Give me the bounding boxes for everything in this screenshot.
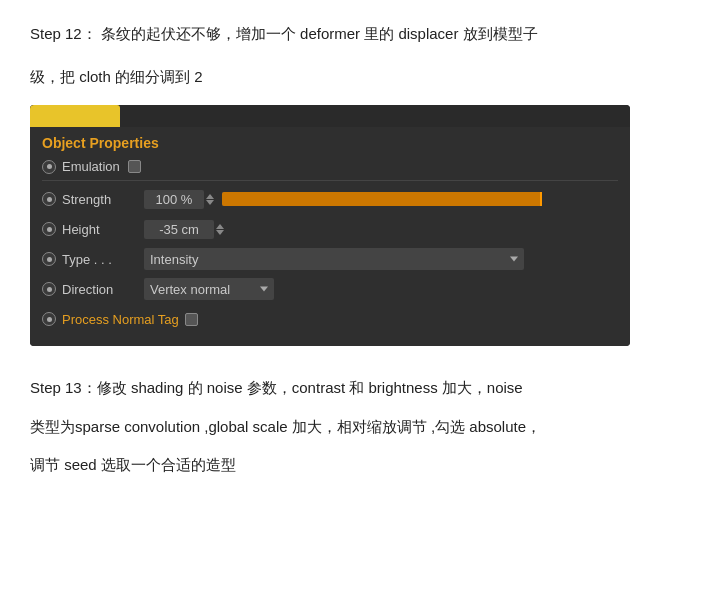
radio-inner4	[47, 257, 52, 262]
height-stepper-down[interactable]	[216, 230, 224, 235]
emulation-label: Emulation	[62, 159, 120, 174]
panel-body: Object Properties Emulation Strength	[30, 127, 630, 346]
step13-text1: Step 13：修改 shading 的 noise 参数，contrast 和…	[30, 374, 672, 403]
radio-inner3	[47, 227, 52, 232]
type-label: Type . . .	[62, 252, 144, 267]
process-normal-checkbox[interactable]	[185, 313, 198, 326]
process-normal-radio[interactable]	[42, 312, 56, 326]
height-stepper-up[interactable]	[216, 224, 224, 229]
radio-inner5	[47, 287, 52, 292]
direction-row: Direction Vertex normal	[42, 276, 618, 302]
step12-text1: Step 12： 条纹的起伏还不够，增加一个 deformer 里的 displ…	[30, 20, 672, 49]
height-radio[interactable]	[42, 222, 56, 236]
step12-text2: 级，把 cloth 的细分调到 2	[30, 63, 672, 92]
direction-select-wrapper: Vertex normal	[144, 278, 274, 300]
height-row: Height	[42, 216, 618, 242]
height-stepper[interactable]	[216, 224, 224, 235]
strength-progress-track[interactable]	[222, 192, 542, 206]
radio-inner	[47, 164, 52, 169]
step13-text2: 类型为sparse convolution ,global scale 加大，相…	[30, 413, 672, 442]
strength-stepper-up[interactable]	[206, 194, 214, 199]
radio-inner2	[47, 197, 52, 202]
emulation-row: Emulation	[42, 159, 618, 174]
panel-title: Object Properties	[42, 135, 618, 151]
strength-row: Strength	[42, 186, 618, 212]
process-normal-row: Process Normal Tag	[42, 306, 618, 332]
type-select-wrapper: Intensity	[144, 248, 524, 270]
emulation-radio[interactable]	[42, 160, 56, 174]
direction-select[interactable]: Vertex normal	[144, 278, 274, 300]
type-row: Type . . . Intensity	[42, 246, 618, 272]
step13-text3: 调节 seed 选取一个合适的造型	[30, 451, 672, 480]
direction-label: Direction	[62, 282, 144, 297]
strength-progress-fill	[222, 192, 542, 206]
strength-progress-marker	[540, 192, 542, 206]
radio-inner6	[47, 317, 52, 322]
emulation-checkbox[interactable]	[128, 160, 141, 173]
strength-radio[interactable]	[42, 192, 56, 206]
height-label: Height	[62, 222, 144, 237]
height-input[interactable]	[144, 220, 214, 239]
panel-tab-bar	[30, 105, 630, 127]
panel-tab-active[interactable]	[30, 105, 120, 127]
strength-input[interactable]	[144, 190, 204, 209]
strength-stepper-down[interactable]	[206, 200, 214, 205]
strength-stepper[interactable]	[206, 194, 214, 205]
divider1	[42, 180, 618, 181]
process-normal-label: Process Normal Tag	[62, 312, 179, 327]
type-radio[interactable]	[42, 252, 56, 266]
strength-label: Strength	[62, 192, 144, 207]
object-properties-panel: Object Properties Emulation Strength	[30, 105, 630, 346]
type-select[interactable]: Intensity	[144, 248, 524, 270]
direction-radio[interactable]	[42, 282, 56, 296]
